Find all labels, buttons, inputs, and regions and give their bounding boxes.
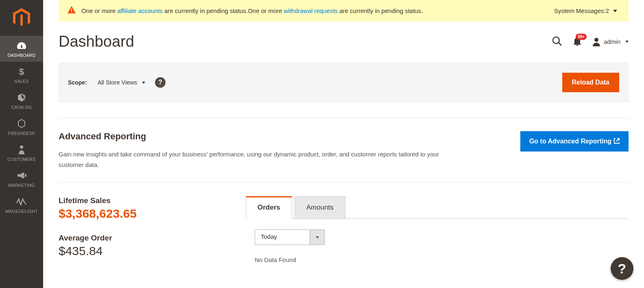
logo[interactable] <box>0 0 43 36</box>
cube-icon <box>17 93 26 102</box>
sidebar-item-label: SALES <box>14 79 28 84</box>
svg-point-2 <box>25 203 26 205</box>
gauge-icon <box>16 41 27 50</box>
bullhorn-icon <box>17 171 26 180</box>
sidebar-item-label: DASHBOARD <box>7 53 35 58</box>
sidebar-item-label: FRESHDESK <box>8 131 35 136</box>
lifetime-sales-block: Lifetime Sales $3,368,623.65 <box>59 196 221 221</box>
dollar-icon: $ <box>18 67 25 76</box>
notifications-button[interactable]: 99+ <box>573 36 582 48</box>
question-icon: ? <box>618 261 627 274</box>
main-content: One or more affiliate accounts are curre… <box>43 0 644 274</box>
no-data-text: No Data Found <box>255 256 620 263</box>
sidebar-item-freshdesk[interactable]: FRESHDESK <box>0 114 43 140</box>
svg-point-1 <box>20 145 23 149</box>
admin-user-menu[interactable]: admin <box>592 37 629 46</box>
scope-select[interactable]: All Store Views <box>98 79 145 86</box>
user-icon <box>592 37 600 46</box>
sidebar-item-label: CATALOG <box>11 105 32 110</box>
average-order-title: Average Order <box>59 234 221 243</box>
admin-user-name: admin <box>604 38 620 45</box>
sidebar-item-magedelight[interactable]: MAGEDELIGHT <box>0 192 43 218</box>
sidebar: DASHBOARD $ SALES CATALOG FRESHDESK CUST… <box>0 0 43 274</box>
warning-icon <box>68 6 76 15</box>
sidebar-item-catalog[interactable]: CATALOG <box>0 88 43 114</box>
sidebar-item-customers[interactable]: CUSTOMERS <box>0 140 43 166</box>
tab-content-orders: Today No Data Found <box>246 219 629 274</box>
withdrawal-requests-link[interactable]: withdrawal requests <box>284 7 338 14</box>
svg-rect-3 <box>71 9 72 11</box>
sidebar-item-dashboard[interactable]: DASHBOARD <box>0 36 43 62</box>
external-link-icon <box>614 138 620 145</box>
caret-down-icon <box>625 41 629 43</box>
stats-row: Lifetime Sales $3,368,623.65 Average Ord… <box>59 196 629 274</box>
svg-point-7 <box>594 38 598 42</box>
hexagon-icon <box>17 119 26 128</box>
sidebar-item-label: MARKETING <box>8 183 35 188</box>
reload-data-button[interactable]: Reload Data <box>562 73 619 92</box>
caret-down-icon <box>613 10 617 12</box>
affiliate-accounts-link[interactable]: affiliate accounts <box>117 7 162 14</box>
caret-down-icon <box>310 230 324 245</box>
system-messages-toggle[interactable]: System Messages: 2 <box>554 7 617 14</box>
stats-summary: Lifetime Sales $3,368,623.65 Average Ord… <box>59 196 221 274</box>
lifetime-sales-value: $3,368,623.65 <box>59 207 221 221</box>
average-order-value: $435.84 <box>59 244 221 258</box>
question-icon: ? <box>158 79 162 86</box>
scope-bar: Scope: All Store Views ? Reload Data <box>59 63 629 102</box>
stats-chart-panel: Orders Amounts Today No Data Found <box>246 196 629 274</box>
tab-amounts[interactable]: Amounts <box>295 196 345 219</box>
period-select[interactable]: Today <box>255 230 325 245</box>
scope-label: Scope: <box>68 79 87 86</box>
scope-help-button[interactable]: ? <box>155 77 166 88</box>
sidebar-item-sales[interactable]: $ SALES <box>0 62 43 88</box>
svg-rect-4 <box>71 12 72 13</box>
system-messages-bar: One or more affiliate accounts are curre… <box>59 0 629 22</box>
advanced-reporting-description: Gain new insights and take command of yo… <box>59 149 449 170</box>
page-header: Dashboard 99+ admin <box>43 22 644 54</box>
sidebar-item-marketing[interactable]: MARKETING <box>0 166 43 192</box>
advanced-reporting-title: Advanced Reporting <box>59 131 449 142</box>
system-message-text: One or more affiliate accounts are curre… <box>81 7 423 14</box>
page-title: Dashboard <box>59 33 134 50</box>
sidebar-item-label: CUSTOMERS <box>7 157 36 162</box>
average-order-block: Average Order $435.84 <box>59 234 221 258</box>
tabs: Orders Amounts <box>246 196 629 219</box>
lifetime-sales-title: Lifetime Sales <box>59 196 221 205</box>
notification-badge: 99+ <box>576 34 587 40</box>
header-actions: 99+ admin <box>552 36 629 48</box>
advanced-reporting-section: Advanced Reporting Gain new insights and… <box>59 118 629 182</box>
svg-text:$: $ <box>19 67 24 76</box>
search-button[interactable] <box>552 36 562 48</box>
svg-point-5 <box>553 37 559 43</box>
svg-line-6 <box>559 43 561 45</box>
sidebar-item-label: MAGEDELIGHT <box>5 209 38 214</box>
magento-logo-icon <box>13 8 30 28</box>
person-icon <box>18 145 25 154</box>
pulse-icon <box>16 197 27 206</box>
tab-orders[interactable]: Orders <box>246 196 292 219</box>
search-icon <box>552 36 562 46</box>
go-to-advanced-reporting-button[interactable]: Go to Advanced Reporting <box>520 131 629 152</box>
caret-down-icon <box>142 82 145 84</box>
